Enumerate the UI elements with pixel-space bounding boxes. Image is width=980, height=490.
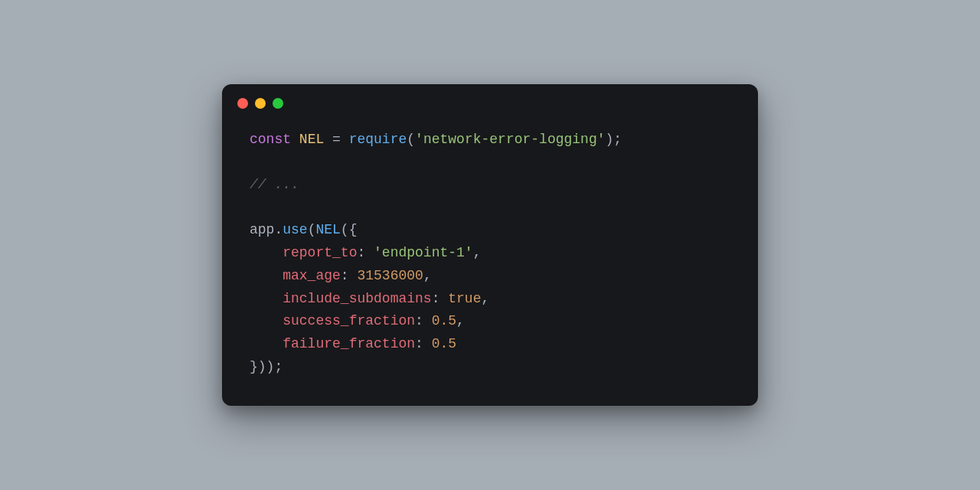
prop-max-age: max_age bbox=[283, 268, 341, 283]
keyword-const: const bbox=[250, 132, 291, 147]
colon: : bbox=[341, 268, 358, 283]
value-endpoint: 'endpoint-1' bbox=[374, 245, 473, 260]
colon: : bbox=[432, 291, 449, 306]
indent bbox=[250, 268, 283, 283]
value-failure-fraction: 0.5 bbox=[432, 336, 456, 351]
prop-failure-fraction: failure_fraction bbox=[283, 336, 415, 351]
comma: , bbox=[481, 291, 489, 306]
indent bbox=[250, 336, 283, 351]
maximize-icon[interactable] bbox=[273, 98, 283, 109]
prop-report-to: report_to bbox=[283, 245, 357, 260]
paren-close-semi: ); bbox=[606, 132, 622, 147]
identifier-app: app bbox=[250, 222, 274, 237]
colon: : bbox=[415, 336, 432, 351]
indent bbox=[250, 313, 283, 328]
paren-open: ( bbox=[308, 222, 316, 237]
object-open: ({ bbox=[341, 222, 358, 237]
value-success-fraction: 0.5 bbox=[432, 313, 456, 328]
close-icon[interactable] bbox=[237, 98, 248, 109]
prop-success-fraction: success_fraction bbox=[283, 313, 415, 328]
comma: , bbox=[423, 268, 432, 283]
variable-nel: NEL bbox=[299, 132, 324, 147]
colon: : bbox=[357, 245, 374, 260]
comma: , bbox=[473, 245, 482, 260]
indent bbox=[250, 245, 283, 260]
string-module-name: 'network-error-logging' bbox=[415, 132, 605, 147]
indent bbox=[250, 291, 283, 306]
prop-include-subdomains: include_subdomains bbox=[283, 291, 431, 306]
comment-ellipsis: // ... bbox=[250, 177, 299, 192]
value-true: true bbox=[448, 291, 481, 306]
call-nel: NEL bbox=[315, 222, 340, 237]
operator-equals: = bbox=[324, 132, 348, 147]
paren-open: ( bbox=[407, 132, 415, 147]
code-block: const NEL = require('network-error-loggi… bbox=[222, 115, 758, 387]
colon: : bbox=[415, 313, 432, 328]
function-require: require bbox=[349, 132, 407, 147]
dot: . bbox=[274, 222, 283, 237]
window-titlebar bbox=[222, 84, 758, 115]
minimize-icon[interactable] bbox=[255, 98, 266, 109]
method-use: use bbox=[283, 222, 307, 237]
value-max-age: 31536000 bbox=[357, 268, 423, 283]
object-close: })); bbox=[250, 359, 283, 374]
code-window: const NEL = require('network-error-loggi… bbox=[222, 84, 758, 407]
comma: , bbox=[456, 313, 465, 328]
